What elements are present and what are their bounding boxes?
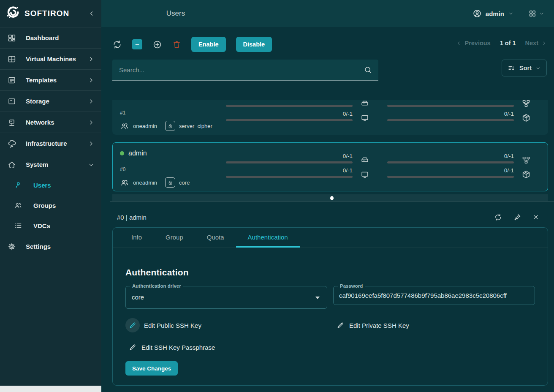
quota-bar — [387, 119, 514, 121]
chevron-down-icon — [508, 11, 514, 16]
search-input[interactable] — [112, 66, 364, 74]
user-card-0[interactable]: admin #0 oneadmin core 0/-1 — [112, 142, 548, 191]
pencil-icon — [125, 318, 140, 332]
section-title: Authentication — [125, 267, 535, 278]
user-card-1[interactable]: #1 oneadmin server_cipher 0/-1 — [112, 100, 548, 135]
quota-value: 0/-1 — [226, 111, 353, 117]
quota-bar — [226, 119, 353, 121]
edit-public-ssh-key-label: Edit Public SSH Key — [144, 322, 201, 329]
carousel-scrollbar-track[interactable] — [112, 194, 548, 201]
next-label: Next — [525, 40, 538, 46]
search-icon[interactable] — [364, 65, 372, 74]
user-icon — [14, 181, 22, 189]
chevron-down-icon — [88, 161, 95, 168]
sidebar-item-networks[interactable]: Networks — [0, 112, 101, 133]
owner-name: oneadmin — [133, 123, 157, 129]
sort-button[interactable]: Sort — [502, 60, 547, 76]
virtual-machines-icon — [7, 54, 16, 64]
sidebar-item-label: Templates — [26, 76, 88, 84]
image-box-icon — [521, 113, 531, 122]
auth-driver-label: Authentication driver — [130, 283, 183, 289]
quota-bar — [226, 105, 353, 107]
datastore-icon — [360, 155, 369, 165]
quota-value: 0/-1 — [387, 167, 514, 174]
sidebar-item-storage[interactable]: Storage — [0, 91, 101, 112]
user-menu-label: admin — [486, 10, 504, 17]
softiron-logo-icon — [6, 5, 20, 22]
sidebar-item-label: Dashboard — [26, 34, 95, 41]
sidebar-item-system[interactable]: System — [0, 154, 101, 175]
templates-icon — [7, 76, 16, 85]
chevron-right-icon — [88, 140, 95, 147]
tab-authentication[interactable]: Authentication — [236, 228, 300, 248]
auth-driver-name: server_cipher — [179, 123, 212, 129]
add-user-icon[interactable] — [152, 40, 162, 49]
chevron-right-icon — [88, 98, 95, 105]
user-name: admin — [128, 150, 147, 157]
password-input[interactable] — [334, 286, 535, 305]
networks-icon — [7, 118, 16, 127]
owner-name: oneadmin — [133, 180, 157, 186]
pin-icon[interactable] — [513, 213, 521, 221]
main-content: Enable Disable Previous 1 of 1 Next Sort — [101, 27, 554, 392]
disable-button[interactable]: Disable — [236, 37, 272, 52]
sidebar-item-vdcs[interactable]: VDCs — [0, 215, 101, 236]
auth-driver-select[interactable]: Authentication driver core — [125, 286, 327, 309]
pencil-icon — [337, 321, 344, 329]
sidebar-item-groups[interactable]: Groups — [0, 195, 101, 215]
refresh-icon[interactable] — [112, 40, 122, 49]
tab-quota[interactable]: Quota — [195, 228, 236, 248]
sidebar-item-infrastructure[interactable]: Infrastructure — [0, 133, 101, 154]
status-dot — [120, 151, 124, 155]
edit-ssh-key-passphrase-button[interactable]: Edit SSH Key Passphrase — [125, 340, 535, 354]
deselect-all-checkbox[interactable] — [132, 39, 142, 49]
sidebar-item-users[interactable]: Users — [0, 175, 101, 195]
save-changes-button[interactable]: Save Changes — [125, 361, 178, 376]
group-icon — [120, 178, 129, 187]
pencil-icon — [129, 343, 136, 351]
page-status: 1 of 1 — [500, 40, 516, 46]
quota-bar — [387, 176, 514, 178]
refresh-icon[interactable] — [494, 213, 502, 221]
apps-menu[interactable] — [528, 9, 545, 18]
user-cards-list: #1 oneadmin server_cipher 0/-1 — [112, 100, 548, 195]
sidebar-item-templates[interactable]: Templates — [0, 70, 101, 90]
tab-info[interactable]: Info — [119, 228, 154, 248]
tab-group[interactable]: Group — [154, 228, 195, 248]
close-icon[interactable] — [532, 213, 540, 221]
user-id: #0 — [120, 166, 225, 172]
enable-button[interactable]: Enable — [191, 37, 226, 52]
sidebar-item-label: System — [26, 161, 88, 168]
user-menu[interactable]: admin — [473, 9, 514, 18]
chevron-right-icon — [88, 77, 95, 84]
sort-label: Sort — [519, 65, 532, 71]
users-group-icon — [14, 201, 22, 210]
vm-monitor-icon — [360, 170, 369, 179]
image-box-icon — [521, 170, 531, 179]
delete-icon[interactable] — [172, 40, 181, 49]
detail-tabs: Info Group Quota Authentication — [113, 228, 548, 248]
sidebar-item-label: Users — [33, 182, 95, 189]
quota-metrics: 0/-1 0/-1 0/-1 — [225, 100, 548, 134]
storage-icon — [7, 97, 16, 106]
apps-grid-icon — [528, 9, 537, 18]
user-circle-icon — [473, 9, 482, 18]
home-icon — [7, 160, 16, 169]
sidebar-item-dashboard[interactable]: Dashboard — [0, 27, 101, 48]
carousel-dot[interactable] — [330, 196, 334, 200]
sidebar-collapse-icon[interactable] — [88, 10, 95, 17]
detail-panel: Info Group Quota Authentication Authenti… — [112, 227, 548, 386]
edit-public-ssh-key-button[interactable]: Edit Public SSH Key — [125, 318, 327, 332]
sidebar-item-label: Virtual Machines — [26, 55, 88, 63]
sidebar-item-label: Networks — [26, 119, 88, 126]
sort-icon — [508, 64, 516, 72]
next-page-button[interactable]: Next — [525, 40, 547, 46]
sidebar-item-virtual-machines[interactable]: Virtual Machines — [0, 49, 101, 69]
toolbar: Enable Disable — [112, 37, 272, 52]
sidebar-item-settings[interactable]: Settings — [0, 236, 101, 257]
edit-private-ssh-key-button[interactable]: Edit Private SSH Key — [333, 318, 535, 332]
quota-value: 0/-1 — [387, 111, 514, 117]
previous-page-button[interactable]: Previous — [456, 40, 490, 46]
logo-text: SOFTIRON — [24, 9, 88, 18]
chevron-right-icon — [88, 119, 95, 126]
